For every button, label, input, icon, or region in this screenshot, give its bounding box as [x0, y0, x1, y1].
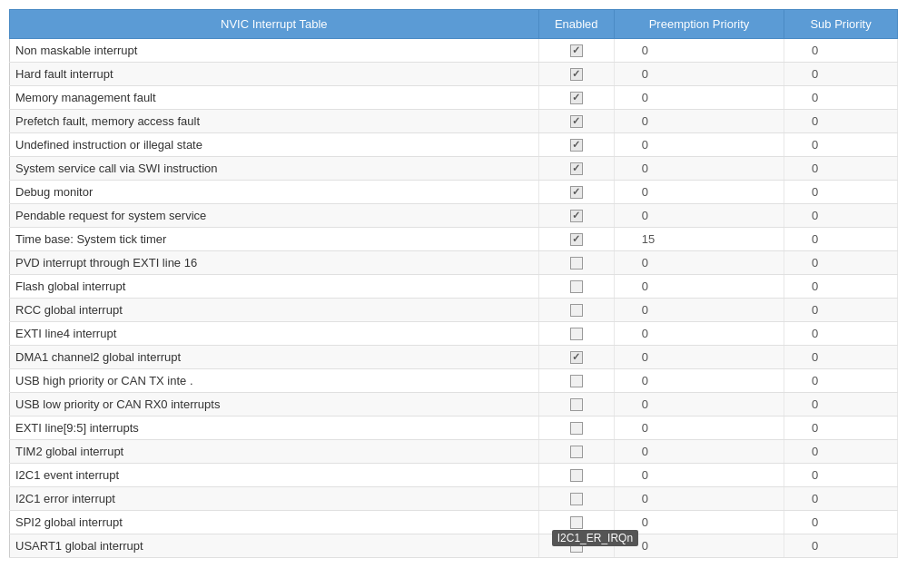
col-header-preemption: Preemption Priority — [614, 10, 784, 39]
checkbox-icon[interactable] — [570, 351, 583, 364]
sub-priority-cell[interactable]: 0 — [784, 464, 898, 487]
preemption-priority-cell[interactable]: 0 — [614, 133, 784, 157]
preemption-priority-cell[interactable]: 0 — [614, 534, 784, 558]
preemption-priority-cell[interactable]: 0 — [614, 369, 784, 393]
enabled-cell[interactable] — [538, 464, 614, 487]
preemption-priority-cell[interactable]: 0 — [614, 157, 784, 181]
preemption-priority-cell[interactable]: 0 — [614, 299, 784, 322]
checkbox-icon[interactable] — [570, 328, 583, 340]
checkbox-icon[interactable] — [570, 115, 583, 128]
enabled-cell[interactable] — [538, 157, 614, 181]
preemption-priority-cell[interactable]: 0 — [614, 251, 784, 275]
preemption-priority-cell[interactable]: 0 — [614, 464, 784, 487]
checkbox-icon[interactable] — [570, 210, 583, 222]
sub-priority-cell[interactable]: 0 — [784, 322, 898, 346]
checkbox-icon[interactable] — [570, 304, 583, 317]
preemption-priority-cell[interactable]: 0 — [614, 440, 784, 464]
preemption-priority-cell[interactable]: 15 — [614, 228, 784, 251]
nvic-interrupt-table: NVIC Interrupt Table Enabled Preemption … — [9, 9, 898, 558]
interrupt-name: SPI2 global interrupt — [10, 511, 539, 534]
enabled-cell[interactable] — [538, 39, 614, 63]
sub-priority-cell[interactable]: 0 — [784, 133, 898, 157]
sub-priority-cell[interactable]: 0 — [784, 204, 898, 228]
col-header-enabled: Enabled — [538, 10, 614, 39]
checkbox-icon[interactable] — [570, 44, 583, 57]
sub-priority-cell[interactable]: 0 — [784, 275, 898, 299]
checkbox-icon[interactable] — [570, 493, 583, 505]
enabled-cell[interactable] — [538, 487, 614, 511]
preemption-priority-cell[interactable]: 0 — [614, 39, 784, 63]
sub-priority-cell[interactable]: 0 — [784, 110, 898, 133]
enabled-cell[interactable] — [538, 346, 614, 369]
enabled-cell[interactable] — [538, 322, 614, 346]
checkbox-icon[interactable] — [570, 92, 583, 104]
checkbox-icon[interactable] — [570, 162, 583, 175]
preemption-priority-cell[interactable]: 0 — [614, 416, 784, 440]
enabled-cell[interactable] — [538, 63, 614, 86]
interrupt-name: Debug monitor — [10, 181, 539, 204]
sub-priority-cell[interactable]: 0 — [784, 86, 898, 110]
enabled-cell[interactable] — [538, 416, 614, 440]
sub-priority-cell[interactable]: 0 — [784, 416, 898, 440]
preemption-priority-cell[interactable]: 0 — [614, 86, 784, 110]
sub-priority-cell[interactable]: 0 — [784, 440, 898, 464]
enabled-cell[interactable] — [538, 204, 614, 228]
checkbox-icon[interactable] — [570, 398, 583, 411]
preemption-priority-cell[interactable]: 0 — [614, 511, 784, 534]
checkbox-icon[interactable] — [570, 280, 583, 293]
preemption-priority-cell[interactable]: 0 — [614, 204, 784, 228]
enabled-cell[interactable] — [538, 440, 614, 464]
table-row: PVD interrupt through EXTI line 1600 — [10, 251, 898, 275]
enabled-cell[interactable] — [538, 86, 614, 110]
interrupt-name: EXTI line4 interrupt — [10, 322, 539, 346]
sub-priority-cell[interactable]: 0 — [784, 346, 898, 369]
enabled-cell[interactable] — [538, 251, 614, 275]
interrupt-name: Hard fault interrupt — [10, 63, 539, 86]
table-row: DMA1 channel2 global interrupt00 — [10, 346, 898, 369]
col-header-name: NVIC Interrupt Table — [10, 10, 539, 39]
checkbox-icon[interactable] — [570, 186, 583, 199]
enabled-cell[interactable]: I2C1_ER_IRQn — [538, 511, 614, 534]
preemption-priority-cell[interactable]: 0 — [614, 346, 784, 369]
preemption-priority-cell[interactable]: 0 — [614, 181, 784, 204]
checkbox-icon[interactable] — [570, 422, 583, 435]
table-row: Undefined instruction or illegal state00 — [10, 133, 898, 157]
sub-priority-cell[interactable]: 0 — [784, 181, 898, 204]
checkbox-icon[interactable] — [570, 375, 583, 387]
col-header-subpriority: Sub Priority — [784, 10, 898, 39]
checkbox-icon[interactable] — [570, 446, 583, 458]
enabled-cell[interactable] — [538, 228, 614, 251]
enabled-cell[interactable] — [538, 369, 614, 393]
preemption-priority-cell[interactable]: 0 — [614, 110, 784, 133]
sub-priority-cell[interactable]: 0 — [784, 157, 898, 181]
preemption-priority-cell[interactable]: 0 — [614, 63, 784, 86]
sub-priority-cell[interactable]: 0 — [784, 511, 898, 534]
enabled-cell[interactable] — [538, 133, 614, 157]
checkbox-icon[interactable] — [570, 68, 583, 81]
sub-priority-cell[interactable]: 0 — [784, 228, 898, 251]
table-row: SPI2 global interruptI2C1_ER_IRQn00 — [10, 511, 898, 534]
sub-priority-cell[interactable]: 0 — [784, 39, 898, 63]
sub-priority-cell[interactable]: 0 — [784, 534, 898, 558]
preemption-priority-cell[interactable]: 0 — [614, 487, 784, 511]
preemption-priority-cell[interactable]: 0 — [614, 275, 784, 299]
sub-priority-cell[interactable]: 0 — [784, 63, 898, 86]
enabled-cell[interactable] — [538, 275, 614, 299]
sub-priority-cell[interactable]: 0 — [784, 251, 898, 275]
enabled-cell[interactable] — [538, 299, 614, 322]
checkbox-icon[interactable] — [570, 233, 583, 246]
checkbox-icon[interactable] — [570, 139, 583, 152]
enabled-cell[interactable] — [538, 181, 614, 204]
preemption-priority-cell[interactable]: 0 — [614, 393, 784, 416]
sub-priority-cell[interactable]: 0 — [784, 299, 898, 322]
enabled-cell[interactable] — [538, 110, 614, 133]
sub-priority-cell[interactable]: 0 — [784, 393, 898, 416]
sub-priority-cell[interactable]: 0 — [784, 487, 898, 511]
enabled-cell[interactable] — [538, 393, 614, 416]
checkbox-icon[interactable] — [570, 469, 583, 482]
table-row: USB low priority or CAN RX0 interrupts00 — [10, 393, 898, 416]
sub-priority-cell[interactable]: 0 — [784, 369, 898, 393]
preemption-priority-cell[interactable]: 0 — [614, 322, 784, 346]
checkbox-icon[interactable] — [570, 516, 583, 529]
checkbox-icon[interactable] — [570, 257, 583, 270]
